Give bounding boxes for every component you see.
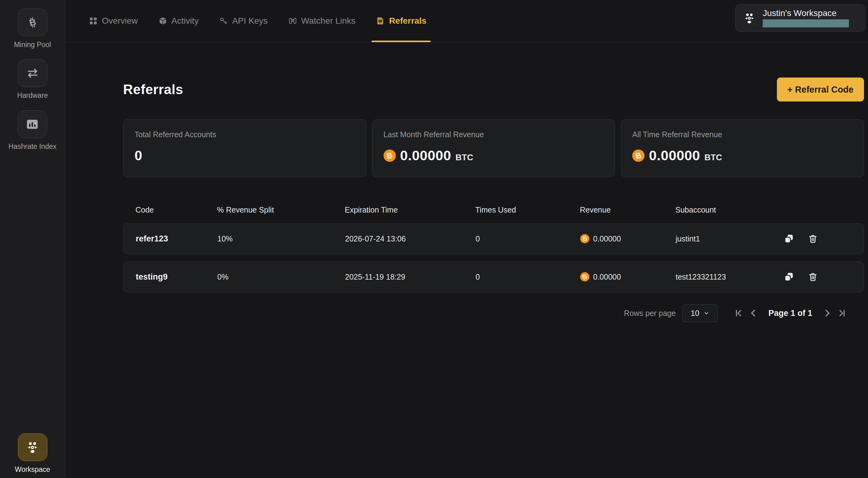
delete-icon[interactable] bbox=[808, 272, 818, 282]
revenue-value: 0.00000 bbox=[593, 234, 621, 243]
rows-per-page-value: 10 bbox=[691, 309, 699, 318]
page-status: Page 1 of 1 bbox=[768, 309, 812, 318]
copy-icon[interactable] bbox=[784, 234, 794, 244]
btc-icon: B bbox=[383, 149, 396, 162]
stat-cards: Total Referred Accounts 0 Last Month Ref… bbox=[123, 120, 864, 177]
cell-expiration-time: 2025-11-19 18:29 bbox=[345, 273, 475, 281]
tab-overview[interactable]: Overview bbox=[84, 0, 142, 42]
cell-expiration-time: 2026-07-24 13:06 bbox=[345, 234, 475, 243]
sidebar-item-mining-pool[interactable]: B Mining Pool bbox=[14, 9, 51, 49]
binoculars-icon bbox=[288, 16, 297, 26]
cell-actions bbox=[782, 234, 864, 244]
column-header-revenue: Revenue bbox=[580, 205, 675, 214]
cell-revenue: B 0.00000 bbox=[580, 272, 676, 281]
stat-label: Last Month Referral Revenue bbox=[383, 130, 604, 139]
sidebar-item-label: Hardware bbox=[17, 91, 48, 100]
swap-arrows-icon bbox=[18, 59, 48, 87]
column-header-code: Code bbox=[123, 205, 217, 214]
workspace-dots-icon bbox=[743, 12, 756, 25]
tab-activity[interactable]: Activity bbox=[154, 0, 203, 42]
sidebar-item-workspace[interactable]: Workspace bbox=[0, 434, 65, 474]
workspace-usage-bar bbox=[763, 20, 849, 27]
key-icon bbox=[219, 16, 228, 26]
tab-label: Referrals bbox=[389, 16, 426, 26]
chevron-down-icon bbox=[703, 310, 710, 316]
stat-card-last-month-revenue: Last Month Referral Revenue B 0.00000 BT… bbox=[372, 120, 615, 177]
grid-icon bbox=[89, 16, 98, 26]
table-row: testing9 0% 2025-11-19 18:29 0 B 0.00000… bbox=[123, 262, 864, 292]
cell-revenue-split: 10% bbox=[217, 234, 345, 243]
sidebar: B Mining Pool Hardware bbox=[0, 0, 65, 478]
cell-actions bbox=[782, 272, 864, 282]
cell-revenue: B 0.00000 bbox=[580, 234, 676, 243]
table-header-row: Code % Revenue Split Expiration Time Tim… bbox=[123, 204, 864, 216]
workspace-name: Justin's Workspace bbox=[763, 9, 849, 18]
btc-icon: B bbox=[580, 272, 589, 281]
tab-referrals[interactable]: Referrals bbox=[372, 0, 431, 42]
note-icon bbox=[376, 16, 385, 26]
first-page-button[interactable] bbox=[733, 308, 744, 318]
revenue-value: 0.00000 bbox=[593, 273, 621, 281]
column-header-subaccount: Subaccount bbox=[675, 205, 782, 214]
stat-value: 0.00000 bbox=[649, 148, 700, 164]
copy-icon[interactable] bbox=[784, 272, 794, 282]
tab-label: Watcher Links bbox=[301, 16, 355, 26]
column-header-expiration-time: Expiration Time bbox=[345, 205, 475, 214]
tab-api-keys[interactable]: API Keys bbox=[215, 0, 272, 42]
page-header: Referrals + Referral Code bbox=[123, 77, 864, 102]
tab-label: Overview bbox=[102, 16, 138, 26]
sidebar-item-label: Mining Pool bbox=[14, 41, 51, 49]
workspace-selector[interactable]: Justin's Workspace bbox=[735, 4, 865, 32]
pager-controls: Page 1 of 1 bbox=[733, 308, 847, 318]
stat-label: Total Referred Accounts bbox=[134, 130, 355, 139]
tab-label: Activity bbox=[172, 16, 199, 26]
tab-bar: Overview Activity API Keys bbox=[84, 0, 431, 42]
previous-page-button[interactable] bbox=[748, 308, 758, 318]
cube-icon bbox=[158, 16, 167, 26]
workspace-dots-icon bbox=[18, 434, 48, 461]
tab-watcher-links[interactable]: Watcher Links bbox=[284, 0, 360, 42]
delete-icon[interactable] bbox=[808, 234, 818, 244]
sidebar-item-hardware[interactable]: Hardware bbox=[17, 59, 48, 100]
add-referral-code-button[interactable]: + Referral Code bbox=[777, 77, 864, 102]
rows-per-page-select[interactable]: 10 bbox=[682, 304, 718, 322]
last-page-button[interactable] bbox=[837, 308, 847, 318]
pagination-bar: Rows per page 10 bbox=[123, 304, 864, 322]
sidebar-item-hashrate-index[interactable]: Hashrate Index bbox=[9, 110, 57, 151]
referral-codes-table: Code % Revenue Split Expiration Time Tim… bbox=[123, 204, 864, 322]
cell-times-used: 0 bbox=[475, 234, 580, 243]
cell-subaccount: test123321123 bbox=[676, 273, 782, 281]
cell-code: refer123 bbox=[123, 234, 217, 244]
cell-times-used: 0 bbox=[475, 273, 580, 281]
stat-unit: BTC bbox=[456, 152, 473, 162]
referrals-page: Referrals + Referral Code Total Referred… bbox=[65, 42, 868, 478]
stat-unit: BTC bbox=[705, 152, 722, 162]
stat-label: All Time Referral Revenue bbox=[632, 130, 852, 139]
rows-per-page-label: Rows per page bbox=[624, 309, 676, 318]
bitcoin-icon: B bbox=[18, 9, 48, 36]
stat-value: 0 bbox=[134, 148, 143, 164]
table-row: refer123 10% 2026-07-24 13:06 0 B 0.0000… bbox=[123, 223, 864, 254]
sidebar-item-label: Hashrate Index bbox=[9, 142, 57, 151]
cell-revenue-split: 0% bbox=[217, 273, 345, 281]
bar-chart-icon bbox=[18, 110, 47, 138]
stat-value: 0.00000 bbox=[400, 148, 451, 164]
tab-label: API Keys bbox=[232, 16, 268, 26]
workspace-selector-text: Justin's Workspace bbox=[763, 9, 849, 27]
cell-code: testing9 bbox=[123, 272, 217, 282]
page-title: Referrals bbox=[123, 82, 183, 97]
btc-icon: B bbox=[580, 234, 589, 243]
next-page-button[interactable] bbox=[822, 308, 833, 318]
column-header-revenue-split: % Revenue Split bbox=[217, 205, 345, 214]
topbar: Overview Activity API Keys bbox=[65, 0, 868, 42]
stat-card-all-time-revenue: All Time Referral Revenue B 0.00000 BTC bbox=[621, 120, 864, 177]
column-header-times-used: Times Used bbox=[475, 205, 580, 214]
btc-icon: B bbox=[632, 149, 645, 162]
stat-card-total-referred: Total Referred Accounts 0 bbox=[123, 120, 366, 177]
sidebar-item-label: Workspace bbox=[15, 466, 50, 474]
cell-subaccount: justint1 bbox=[676, 234, 782, 243]
